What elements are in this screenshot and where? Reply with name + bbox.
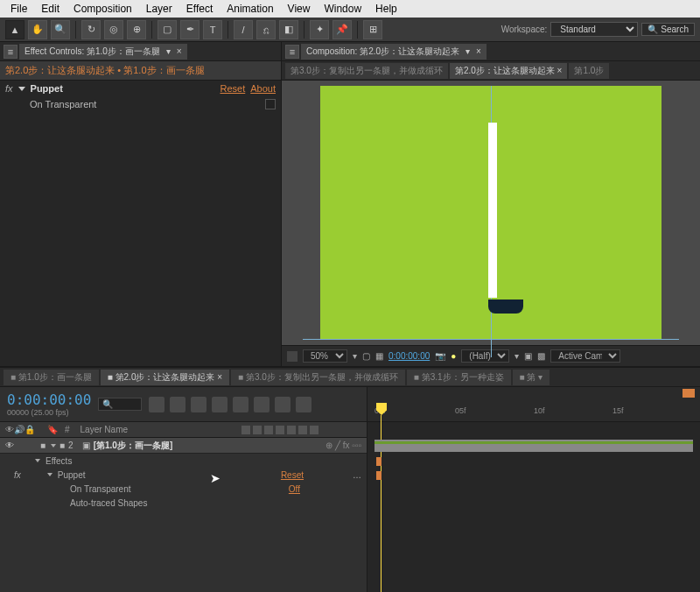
- menubar: File Edit Composition Layer Effect Anima…: [0, 0, 700, 18]
- puppet-tool[interactable]: 📌: [332, 20, 352, 39]
- view-select[interactable]: Active Camera: [550, 349, 620, 363]
- rotate-tool[interactable]: ↻: [81, 20, 101, 39]
- panel-menu-icon[interactable]: ≡: [285, 45, 299, 59]
- toolbar: ▲ ✋ 🔍 ↻ ◎ ⊕ ▢ ✒ T / ⎌ ◧ ✦ 📌 ⊞ Workspace:…: [0, 18, 700, 42]
- menu-layer[interactable]: Layer: [139, 3, 179, 15]
- menu-help[interactable]: Help: [368, 3, 404, 15]
- prop-puppet[interactable]: fxPuppetReset…: [0, 468, 367, 482]
- effect-controls-panel: ≡ Effect Controls: 第1.0步：画一条腿▾× 第2.0步：让这…: [0, 42, 282, 366]
- draft3d-icon[interactable]: [170, 397, 186, 412]
- comp-mini-flow-icon[interactable]: [149, 397, 164, 412]
- grid-icon[interactable]: [287, 351, 298, 362]
- chevron-down-icon: [51, 444, 56, 448]
- effect-puppet-row[interactable]: fx Puppet Reset About: [0, 81, 281, 96]
- type-tool[interactable]: T: [203, 20, 222, 39]
- timeline-timecode[interactable]: 0:00:00:00: [7, 391, 91, 408]
- reset-link[interactable]: Reset: [281, 470, 304, 480]
- grid2-icon[interactable]: ▩: [537, 351, 545, 361]
- timeline-tab-step1[interactable]: ■ 第1.0步：画一条腿: [4, 370, 99, 385]
- menu-view[interactable]: View: [281, 3, 318, 15]
- menu-file[interactable]: File: [4, 3, 34, 15]
- composition-viewer[interactable]: [282, 81, 700, 345]
- channel-icon[interactable]: ●: [451, 351, 456, 361]
- shy-icon[interactable]: [191, 397, 206, 412]
- timeline-tab-step2[interactable]: ■ 第2.0步：让这条腿动起来 ×: [101, 370, 229, 385]
- screen-icon[interactable]: ▣: [524, 351, 532, 361]
- breadcrumb: 第2.0步：让这条腿动起来 • 第1.0步：画一条腿: [0, 61, 281, 81]
- effect-controls-tab[interactable]: Effect Controls: 第1.0步：画一条腿▾×: [19, 44, 187, 60]
- comp-tab-step1[interactable]: 第1.0步: [569, 63, 609, 79]
- composition-panel: ≡ Composition: 第2.0步：让这条腿动起来▾× 第3.0步：复制出…: [282, 42, 700, 366]
- composition-panel-tab[interactable]: Composition: 第2.0步：让这条腿动起来▾×: [301, 44, 486, 60]
- menu-animation[interactable]: Animation: [220, 3, 280, 15]
- canvas: [320, 86, 662, 340]
- clone-tool[interactable]: ⎌: [256, 20, 276, 39]
- leg-shape: [488, 123, 497, 298]
- layer-row[interactable]: 👁■ ■ 2 ▣ [第1.0步：画一条腿] ⊕ ╱ fx ▫▫▫: [0, 438, 367, 454]
- off-link[interactable]: Off: [289, 484, 300, 494]
- zoom-tool[interactable]: 🔍: [51, 20, 70, 39]
- local-axis-icon[interactable]: ⊞: [363, 20, 382, 39]
- graph-editor-icon[interactable]: [254, 397, 270, 412]
- comp-tab-step3[interactable]: 第3.0步：复制出另一条腿，并做成循环: [285, 63, 448, 79]
- keyframe-marker[interactable]: [376, 471, 382, 480]
- time-ruler[interactable]: 00f 05f 10f 15f: [368, 387, 700, 422]
- prop-on-transparent[interactable]: On TransparentOff: [0, 482, 367, 496]
- foot-shape: [488, 300, 523, 314]
- column-header: 👁🔊🔒🔖# Layer Name: [0, 422, 367, 438]
- transparency-icon[interactable]: ▦: [375, 351, 383, 361]
- workspace-select[interactable]: Standard: [550, 22, 638, 37]
- eraser-tool[interactable]: ◧: [279, 20, 298, 39]
- timeline-panel: ■ 第1.0步：画一条腿 ■ 第2.0步：让这条腿动起来 × ■ 第3.0步：复…: [0, 366, 700, 592]
- resolution-select[interactable]: (Half): [461, 349, 509, 363]
- prop-effects[interactable]: Effects: [0, 454, 367, 468]
- timeline-tab-more[interactable]: ■ 第 ▾: [513, 370, 550, 385]
- workspace-label: Workspace:: [501, 25, 548, 34]
- menu-edit[interactable]: Edit: [34, 3, 66, 15]
- camera-tool[interactable]: ◎: [104, 20, 123, 39]
- brainstorm-icon[interactable]: [275, 397, 290, 412]
- layer-search-input[interactable]: [98, 398, 142, 411]
- chevron-down-icon: [18, 87, 25, 91]
- timeline-tab-step31[interactable]: ■ 第3.1步：另一种走姿: [407, 370, 511, 385]
- viewer-timecode[interactable]: 0:00:00:00: [388, 351, 430, 361]
- keyframe-marker[interactable]: [376, 457, 382, 466]
- search-help-button[interactable]: 🔍Search: [641, 23, 695, 36]
- layer-bar[interactable]: [374, 440, 693, 452]
- menu-composition[interactable]: Composition: [66, 3, 139, 15]
- expr-icon[interactable]: [296, 397, 312, 412]
- zoom-select[interactable]: 50%: [303, 349, 347, 363]
- hand-tool[interactable]: ✋: [28, 20, 47, 39]
- reset-link[interactable]: Reset: [220, 83, 246, 94]
- timeline-fps: 00000 (25.00 fps): [7, 408, 91, 417]
- comp-tab-step2[interactable]: 第2.0步：让这条腿动起来 ×: [450, 63, 568, 79]
- motion-blur-icon[interactable]: [233, 397, 248, 412]
- work-area-end-icon[interactable]: [682, 389, 695, 398]
- brush-tool[interactable]: /: [234, 20, 253, 39]
- menu-effect[interactable]: Effect: [179, 3, 220, 15]
- roi-icon[interactable]: ▢: [362, 351, 370, 361]
- timeline-tracks[interactable]: 00f 05f 10f 15f: [368, 387, 700, 592]
- pan-behind-tool[interactable]: ⊕: [127, 20, 146, 39]
- frame-blend-icon[interactable]: [212, 397, 228, 412]
- rectangle-tool[interactable]: ▢: [158, 20, 177, 39]
- timeline-tab-step3[interactable]: ■ 第3.0步：复制出另一条腿，并做成循环: [231, 370, 405, 385]
- on-transparent-checkbox[interactable]: [265, 99, 276, 109]
- pen-tool[interactable]: ✒: [180, 20, 200, 39]
- roto-tool[interactable]: ✦: [310, 20, 329, 39]
- about-link[interactable]: About: [250, 83, 276, 94]
- cursor-icon: ➤: [210, 471, 220, 485]
- prop-autotraced[interactable]: Auto-traced Shapes: [0, 496, 367, 510]
- snapshot-icon[interactable]: 📷: [435, 351, 445, 361]
- panel-menu-icon[interactable]: ≡: [4, 45, 18, 59]
- menu-window[interactable]: Window: [317, 3, 368, 15]
- selection-tool[interactable]: ▲: [5, 20, 24, 39]
- search-icon: 🔍: [648, 25, 658, 34]
- prop-on-transparent: On Transparent: [0, 96, 281, 112]
